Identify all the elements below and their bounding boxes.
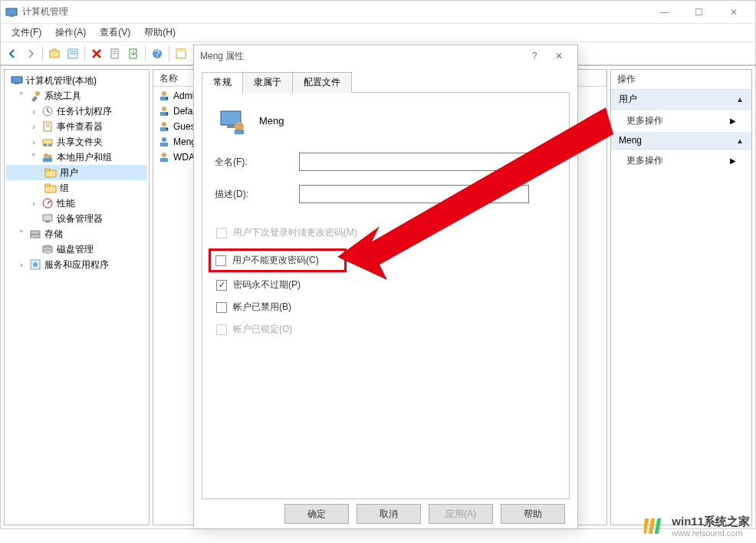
svg-point-43	[162, 91, 166, 96]
dialog-help-button[interactable]: ?	[522, 45, 547, 67]
user-icon	[158, 105, 170, 117]
expand-icon[interactable]: ›	[29, 107, 38, 116]
ok-button[interactable]: 确定	[284, 504, 349, 524]
svg-rect-60	[655, 518, 662, 534]
back-button[interactable]	[4, 45, 21, 62]
svg-rect-37	[31, 235, 40, 238]
dialog-titlebar[interactable]: Meng 属性 ? ✕	[194, 45, 577, 67]
svg-point-25	[48, 143, 51, 146]
description-label: 描述(D):	[215, 188, 299, 201]
expand-icon[interactable]: ›	[17, 260, 26, 269]
disk-icon	[41, 243, 54, 255]
svg-point-47	[162, 122, 166, 127]
svg-point-45	[162, 107, 166, 111]
actions-section-users[interactable]: 用户 ▲	[611, 90, 751, 110]
maximize-button[interactable]: ☐	[682, 2, 716, 23]
svg-rect-16	[12, 77, 22, 83]
collapse-icon[interactable]: ˅	[29, 153, 38, 163]
actions-more-users[interactable]: 更多操作 ▶	[611, 110, 751, 132]
tree-storage[interactable]: ˅ 存储	[6, 226, 147, 242]
menu-action[interactable]: 操作(A)	[49, 24, 92, 41]
collapse-icon[interactable]: ˅	[17, 229, 26, 239]
help-button[interactable]: ?	[149, 45, 166, 62]
close-button[interactable]: ✕	[716, 2, 751, 23]
expand-icon[interactable]: ›	[29, 122, 38, 131]
actions-pane: 操作 用户 ▲ 更多操作 ▶ Meng ▲ 更多操作 ▶	[610, 69, 752, 525]
separator	[145, 46, 146, 61]
user-icon	[158, 90, 170, 102]
menu-file[interactable]: 文件(F)	[5, 24, 48, 41]
svg-rect-2	[50, 51, 59, 58]
user-icon	[158, 151, 170, 163]
actions-more-meng[interactable]: 更多操作 ▶	[611, 150, 751, 172]
help-button[interactable]: 帮助	[501, 504, 565, 524]
shared-icon	[41, 136, 54, 148]
watermark: win11系统之家 www.relsound.com	[644, 515, 750, 538]
svg-point-26	[44, 153, 48, 158]
user-avatar-icon	[218, 107, 245, 134]
app-icon	[5, 6, 18, 18]
tree-system-tools[interactable]: ˅ 系统工具	[6, 88, 147, 104]
tab-profile[interactable]: 配置文件	[292, 72, 352, 93]
export-button[interactable]	[125, 45, 142, 62]
checkbox	[216, 228, 227, 239]
watermark-text: win11系统之家 www.relsound.com	[672, 515, 750, 538]
properties-button[interactable]	[64, 45, 81, 62]
tab-content-general: Meng 全名(F): 描述(D): 用户下次登录时须更改密码(M) 用户不能更…	[202, 93, 570, 499]
svg-rect-52	[160, 158, 168, 162]
tree-performance[interactable]: › 性能	[6, 196, 147, 211]
checkbox-cannot-change[interactable]	[215, 255, 226, 266]
description-input[interactable]	[299, 185, 529, 203]
forward-button[interactable]	[22, 45, 39, 62]
tree-root[interactable]: 计算机管理(本地)	[6, 73, 147, 88]
collapse-icon[interactable]: ˅	[17, 91, 26, 101]
tab-general[interactable]: 常规	[202, 72, 243, 93]
annotation-highlight: 用户不能更改密码(C)	[209, 248, 347, 272]
user-icon	[158, 136, 170, 148]
svg-text:?: ?	[155, 48, 160, 59]
tree-users[interactable]: 用户	[6, 165, 147, 180]
menu-view[interactable]: 查看(V)	[94, 24, 136, 41]
tree-shared-folders[interactable]: › 共享文件夹	[6, 134, 147, 150]
menu-help[interactable]: 帮助(H)	[138, 24, 182, 41]
storage-icon	[29, 228, 41, 240]
tree-task-scheduler[interactable]: › 任务计划程序	[6, 104, 147, 119]
svg-rect-17	[15, 83, 19, 84]
svg-point-24	[44, 143, 47, 146]
tab-memberof[interactable]: 隶属于	[242, 72, 293, 93]
dialog-close-button[interactable]: ✕	[547, 45, 571, 67]
window-title: 计算机管理	[22, 5, 647, 18]
collapse-icon: ▲	[736, 95, 744, 104]
apply-button[interactable]: 应用(A)	[429, 504, 493, 524]
tree: 计算机管理(本地) ˅ 系统工具 › 任务计划程序 › 事件查看器	[5, 70, 149, 275]
up-button[interactable]	[46, 45, 63, 62]
fullname-input[interactable]	[299, 153, 529, 171]
expand-icon[interactable]: ›	[29, 199, 38, 208]
actions-section-meng[interactable]: Meng ▲	[611, 132, 751, 150]
tree-groups[interactable]: 组	[6, 180, 147, 196]
checkbox-disabled[interactable]	[216, 302, 227, 313]
svg-rect-59	[649, 518, 656, 534]
refresh-button[interactable]	[107, 45, 123, 62]
fullname-row: 全名(F):	[215, 153, 557, 171]
checkbox-never-expires[interactable]	[216, 280, 227, 291]
tree-services-apps[interactable]: › 服务和应用程序	[6, 257, 147, 272]
expand-icon[interactable]: ›	[29, 137, 38, 146]
folder-icon	[44, 166, 57, 179]
svg-point-27	[48, 155, 52, 159]
view-button-1[interactable]	[173, 45, 189, 62]
tree-event-viewer[interactable]: › 事件查看器	[6, 119, 147, 134]
actions-title: 操作	[611, 70, 751, 90]
tree-device-manager[interactable]: › 设备管理器	[6, 211, 147, 226]
svg-rect-58	[644, 518, 649, 534]
svg-rect-0	[6, 8, 17, 15]
svg-point-51	[162, 153, 166, 157]
minimize-button[interactable]: —	[647, 2, 682, 23]
tree-local-users-groups[interactable]: ˅ 本地用户和组	[6, 150, 147, 165]
delete-button[interactable]	[88, 45, 105, 62]
tree-disk-management[interactable]: › 磁盘管理	[6, 242, 147, 257]
menubar: 文件(F) 操作(A) 查看(V) 帮助(H)	[1, 24, 755, 42]
cancel-button[interactable]: 取消	[357, 504, 421, 524]
dialog-title: Meng 属性	[200, 50, 522, 63]
svg-rect-36	[31, 231, 40, 234]
